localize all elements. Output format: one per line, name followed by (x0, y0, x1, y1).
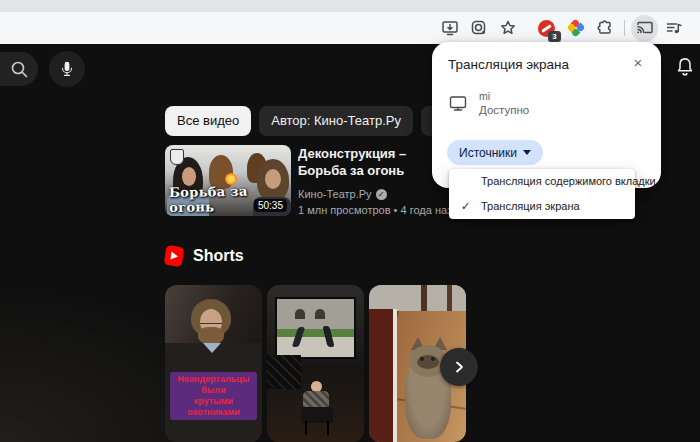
thumb-woman-face (182, 167, 196, 186)
short2-screen (277, 299, 354, 357)
video-meta: 1 млн просмотров • 4 года назад (298, 204, 465, 216)
short2-stairs (267, 355, 301, 389)
pinwheel-glyph (568, 20, 584, 36)
channel-name: Кино-Театр.Ру (298, 188, 372, 200)
playlist-note-glyph (665, 19, 683, 37)
monitor-down-arrow-glyph (441, 19, 459, 37)
cast-dialog-title: Трансляция экрана (448, 57, 569, 72)
cast-device-status: Доступно (479, 103, 529, 117)
menu-item-label: Трансляция содержимого вкладки (481, 175, 656, 187)
star-glyph (499, 19, 517, 37)
shorts-logo-icon (164, 245, 185, 267)
cast-device-texts: mi Доступно (479, 90, 529, 117)
menu-item-cast-screen[interactable]: ✓ Трансляция экрана (449, 194, 635, 219)
chip-author[interactable]: Автор: Кино-Театр.Ру (259, 106, 413, 136)
chevron-down-icon (523, 150, 531, 155)
video-thumbnail[interactable]: Борьба за огонь 50:35 (165, 145, 291, 216)
cast-dialog: Трансляция экрана × mi Доступно Источник… (432, 42, 661, 188)
search-icon (9, 59, 29, 79)
browser-tab-strip (0, 0, 700, 12)
short2-fighter (322, 326, 334, 347)
sources-menu: Трансляция содержимого вкладки ✓ Трансля… (449, 169, 635, 219)
notifications-bell-icon[interactable] (672, 54, 698, 80)
extension-red-icon[interactable]: 3 (533, 15, 560, 42)
short2-arch (315, 309, 325, 319)
short3-wall (369, 309, 395, 442)
sources-dropdown-button[interactable]: Источники (447, 140, 543, 165)
sources-button-label: Источники (459, 146, 517, 160)
chevron-right-icon (451, 359, 467, 375)
toolbar-separator (624, 20, 625, 36)
lens-icon[interactable] (465, 15, 492, 42)
short2-chair-leg (327, 421, 329, 435)
video-title[interactable]: Деконструкция – Борьба за огонь (рассказ… (298, 145, 439, 179)
extension-pinwheel-icon[interactable] (562, 15, 589, 42)
search-button[interactable] (0, 52, 38, 86)
short3-furniture-leg (421, 285, 427, 311)
short2-chair-leg (305, 421, 307, 435)
short1-caption-line2: крутыми охотниками (170, 396, 257, 418)
short3-cat-eye (420, 357, 424, 361)
short-card-neanderthal[interactable]: Неандертальцы были крутыми охотниками (165, 285, 262, 442)
cast-button[interactable] (631, 15, 658, 42)
lens-glyph (470, 19, 488, 37)
short2-arch (295, 309, 305, 319)
cast-device-row[interactable]: mi Доступно (448, 85, 644, 121)
checkmark-icon: ✓ (461, 194, 475, 219)
cast-glyph (636, 19, 654, 37)
bookmark-star-icon[interactable] (494, 15, 521, 42)
menu-item-label: Трансляция экрана (481, 200, 580, 212)
verified-badge-icon: ✓ (376, 189, 387, 200)
display-device-icon (448, 93, 468, 113)
menu-item-cast-tab[interactable]: Трансляция содержимого вкладки (449, 169, 635, 194)
extension-badge: 3 (548, 31, 561, 42)
short1-glasses (200, 317, 222, 324)
microphone-icon (58, 60, 76, 78)
toolbar-icons: 3 (436, 12, 700, 44)
save-to-device-icon[interactable] (436, 15, 463, 42)
partial-toolbar-icon[interactable] (689, 15, 700, 42)
voice-search-button[interactable] (49, 51, 85, 87)
short1-caption-line1: Неандертальцы были (170, 374, 257, 396)
duration-badge: 50:35 (254, 199, 287, 212)
shorts-next-button[interactable] (440, 348, 478, 386)
short3-furniture-leg (447, 285, 452, 311)
short3-door-frame (393, 309, 397, 442)
chip-all-videos[interactable]: Все видео (165, 106, 251, 136)
channel-logo-shield (170, 149, 184, 165)
short1-caption: Неандертальцы были крутыми охотниками (170, 372, 257, 420)
short3-cat-eye (431, 357, 435, 361)
extensions-puzzle-icon[interactable] (591, 15, 618, 42)
short2-fighter (292, 327, 305, 347)
close-icon[interactable]: × (628, 53, 648, 73)
shorts-header: Shorts (165, 246, 244, 266)
puzzle-glyph (596, 19, 614, 37)
cast-device-name: mi (479, 90, 529, 103)
partial-glyph (694, 19, 700, 37)
shorts-heading: Shorts (193, 247, 244, 265)
media-controls-icon[interactable] (660, 15, 687, 42)
channel-row[interactable]: Кино-Театр.Ру ✓ (298, 188, 387, 200)
short-card-theater[interactable] (267, 285, 364, 442)
